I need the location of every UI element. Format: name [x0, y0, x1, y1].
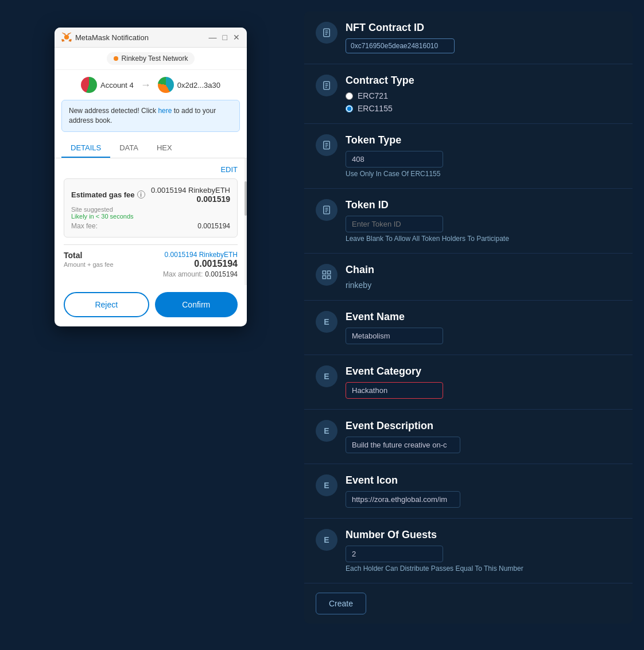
event-description-input[interactable]: [346, 437, 460, 453]
nft-contract-id-label: NFT Contract ID: [346, 22, 621, 34]
radio-erc721[interactable]: ERC721: [346, 91, 621, 100]
details-content: EDIT Estimated gas fee i 0.0015194 Rinke…: [55, 158, 247, 285]
form-row-token-id: Token ID Leave Blank To Allow All Token …: [304, 189, 633, 254]
from-account: Account 4: [81, 77, 134, 93]
event-description-label: Event Description: [346, 420, 621, 432]
form-row-contract-type: Contract Type ERC721 ERC1155: [304, 64, 633, 124]
minimize-button[interactable]: —: [209, 33, 217, 41]
network-label: Rinkeby Test Network: [122, 55, 188, 63]
confirm-button[interactable]: Confirm: [155, 292, 238, 317]
titlebar-controls: — □ ✕: [209, 33, 240, 41]
e-icon-event-name: E: [316, 311, 337, 333]
gas-likely: Likely in < 30 seconds: [71, 213, 230, 220]
create-button-row: Create: [304, 583, 633, 624]
to-address: 0x2d2...3a30: [177, 81, 220, 89]
token-type-field: Token Type Use Only In Case Of ERC1155: [346, 134, 621, 178]
arrow-icon: →: [141, 79, 151, 91]
num-guests-input[interactable]: [346, 546, 443, 562]
token-type-hint: Use Only In Case Of ERC1155: [346, 170, 621, 178]
tab-data[interactable]: DATA: [110, 139, 148, 158]
event-icon-input[interactable]: [346, 491, 460, 508]
contract-type-field: Contract Type ERC721 ERC1155: [346, 75, 621, 113]
network-badge[interactable]: Rinkeby Test Network: [107, 52, 195, 65]
num-guests-field: Number Of Guests Each Holder Can Distrib…: [346, 529, 621, 573]
form-row-event-name: E Event Name: [304, 301, 633, 355]
form-row-nft-contract-id: NFT Contract ID: [304, 11, 633, 64]
notice-text: New address detected! Click here to add …: [69, 107, 216, 124]
total-eth-big: 0.0015194: [163, 259, 238, 269]
form-panel: NFT Contract ID Contract Type ERC721: [304, 11, 633, 624]
gas-amount: 0.0015194 RinkebyETH: [151, 186, 230, 194]
radio-erc721-input[interactable]: [346, 92, 353, 100]
event-name-input[interactable]: [346, 328, 443, 344]
max-amount-row: Max amount: 0.0015194: [163, 270, 238, 278]
token-id-field: Token ID Leave Blank To Allow All Token …: [346, 199, 621, 243]
form-row-event-category: E Event Category: [304, 355, 633, 410]
e-icon-event-description: E: [316, 420, 337, 442]
grid-icon-chain: [316, 264, 337, 286]
from-account-avatar: [81, 77, 97, 93]
chain-label: Chain: [346, 264, 621, 276]
event-icon-field: Event Icon: [346, 474, 621, 508]
e-icon-event-icon: E: [316, 474, 337, 496]
event-name-label: Event Name: [346, 311, 621, 323]
reject-button[interactable]: Reject: [64, 292, 149, 317]
tab-details[interactable]: DETAILS: [61, 139, 110, 158]
token-type-label: Token Type: [346, 134, 621, 146]
tabs-bar: DETAILS DATA HEX: [55, 139, 247, 158]
info-icon[interactable]: i: [137, 190, 145, 198]
from-account-label: Account 4: [100, 81, 134, 89]
tab-hex[interactable]: HEX: [148, 139, 181, 158]
nft-contract-id-field: NFT Contract ID: [346, 22, 621, 53]
total-right: 0.0015194 RinkebyETH 0.0015194 Max amoun…: [163, 251, 238, 278]
event-description-field: Event Description: [346, 420, 621, 453]
scrollbar-thumb[interactable]: [245, 181, 247, 216]
gas-title: Estimated gas fee i: [71, 190, 145, 199]
event-category-field: Event Category: [346, 365, 621, 399]
maximize-button[interactable]: □: [223, 33, 227, 41]
radio-erc1155[interactable]: ERC1155: [346, 104, 621, 113]
radio-erc721-label: ERC721: [358, 91, 388, 100]
event-category-input[interactable]: [346, 382, 443, 399]
form-row-event-icon: E Event Icon: [304, 464, 633, 519]
radio-erc1155-label: ERC1155: [358, 104, 393, 113]
create-button[interactable]: Create: [316, 593, 366, 614]
document-icon-token-type: [316, 134, 337, 156]
svg-rect-22: [328, 271, 331, 274]
network-bar: Rinkeby Test Network: [55, 48, 247, 70]
scrollbar-track: [245, 158, 247, 285]
radio-erc1155-input[interactable]: [346, 105, 353, 112]
metamask-titlebar: MetaMask Notification — □ ✕: [55, 28, 247, 48]
notice-link[interactable]: here: [158, 107, 172, 115]
close-button[interactable]: ✕: [233, 33, 240, 41]
gas-header: Estimated gas fee i 0.0015194 RinkebyETH…: [71, 186, 230, 204]
num-guests-label: Number Of Guests: [346, 529, 621, 541]
nft-contract-id-input[interactable]: [346, 38, 455, 53]
edit-button[interactable]: EDIT: [220, 165, 238, 174]
contract-type-label: Contract Type: [346, 75, 621, 87]
notice-box[interactable]: New address detected! Click here to add …: [61, 100, 240, 132]
accounts-row: Account 4 → 0x2d2...3a30: [55, 70, 247, 100]
svg-marker-3: [61, 40, 64, 42]
token-id-hint: Leave Blank To Allow All Token Holders T…: [346, 235, 621, 243]
token-id-input[interactable]: [346, 216, 443, 232]
document-icon-contract: [316, 75, 337, 96]
token-type-input[interactable]: [346, 151, 443, 168]
max-amount-label: Max amount:: [163, 270, 203, 278]
svg-rect-21: [323, 271, 325, 274]
gas-site-suggested: Site suggested: [71, 206, 230, 213]
svg-point-4: [64, 35, 69, 40]
to-account: 0x2d2...3a30: [158, 77, 220, 93]
event-icon-label: Event Icon: [346, 474, 621, 486]
max-amount-value: 0.0015194: [205, 270, 238, 278]
event-category-label: Event Category: [346, 365, 621, 377]
divider: [64, 244, 238, 245]
total-eth-small: 0.0015194 RinkebyETH: [163, 251, 238, 259]
form-row-num-guests: E Number Of Guests Each Holder Can Distr…: [304, 519, 633, 583]
chain-value: rinkeby: [346, 281, 621, 290]
metamask-title: MetaMask Notification: [75, 33, 149, 42]
max-fee-row: Max fee: 0.0015194: [71, 222, 230, 230]
max-fee-label: Max fee:: [71, 222, 98, 230]
total-section: Total Amount + gas fee 0.0015194 Rinkeby…: [64, 251, 238, 278]
form-row-token-type: Token Type Use Only In Case Of ERC1155: [304, 124, 633, 189]
